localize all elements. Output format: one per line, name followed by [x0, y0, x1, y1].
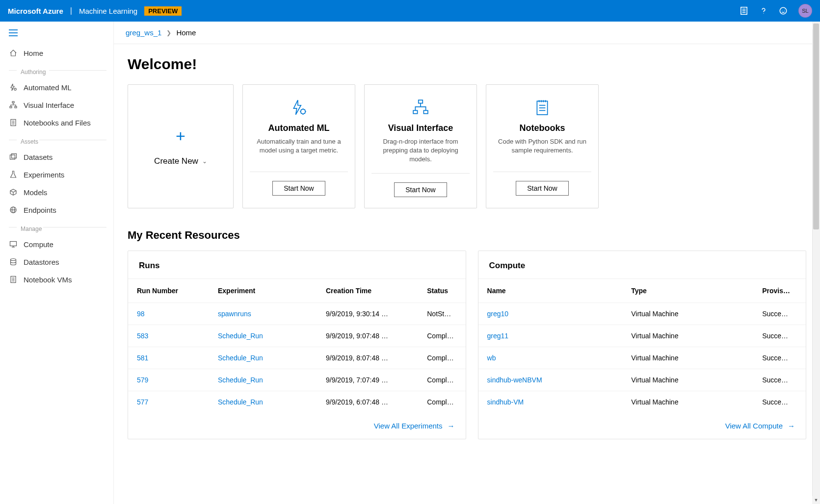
svg-rect-12 [12, 101, 14, 103]
svg-rect-20 [12, 154, 17, 158]
hamburger-icon[interactable] [0, 27, 113, 44]
experiment-link[interactable]: Schedule_Run [209, 347, 317, 369]
sidebar-item-label: Endpoints [24, 206, 56, 214]
compute-type: Virtual Machine [622, 347, 753, 369]
table-row[interactable]: sindhub-weNBVMVirtual MachineSucce… [478, 369, 806, 391]
app-title[interactable]: Microsoft Azure [8, 7, 63, 15]
run-status: Compl… [418, 347, 465, 369]
experiment-link[interactable]: spawnruns [209, 302, 317, 325]
view-all-label: View All Compute [725, 422, 783, 430]
compute-status: Succe… [753, 391, 806, 413]
sitemap-icon [412, 99, 429, 116]
sidebar-item-notebooks-files[interactable]: Notebooks and Files [0, 114, 113, 131]
sidebar-item-home[interactable]: Home [0, 44, 113, 62]
col-provisioning[interactable]: Provis… [753, 279, 806, 303]
run-number-link[interactable]: 98 [128, 302, 209, 325]
col-type[interactable]: Type [622, 279, 753, 303]
compute-name-link[interactable]: sindhub-VM [478, 391, 623, 413]
table-row[interactable]: 581Schedule_Run9/9/2019, 8:07:48 …Compl… [128, 347, 466, 369]
compute-status: Succe… [753, 325, 806, 347]
scrollbar-thumb[interactable] [813, 24, 819, 229]
svg-rect-14 [15, 106, 17, 108]
run-status: Compl… [418, 369, 465, 391]
notebook-vm-icon [9, 275, 18, 284]
start-now-button[interactable]: Start Now [272, 181, 325, 196]
create-new-card[interactable]: + Create New ⌄ [128, 84, 234, 208]
lightning-gear-icon [9, 83, 18, 92]
panel-foot: View All Compute → [478, 413, 806, 439]
top-bar: Microsoft Azure | Machine Learning PREVI… [0, 0, 820, 22]
sidebar-item-models[interactable]: Models [0, 183, 113, 201]
view-all-experiments-link[interactable]: View All Experiments → [374, 422, 455, 430]
breadcrumb-workspace[interactable]: greg_ws_1 [126, 28, 161, 37]
svg-point-27 [11, 259, 16, 261]
sidebar-item-datasets[interactable]: Datasets [0, 148, 113, 166]
sidebar-item-notebook-vms[interactable]: Notebook VMs [0, 271, 113, 288]
creation-time: 9/9/2019, 7:07:49 … [317, 369, 418, 391]
table-row[interactable]: greg11Virtual MachineSucce… [478, 325, 806, 347]
table-row[interactable]: greg10Virtual MachineSucce… [478, 302, 806, 325]
main-area: greg_ws_1 ❯ Home Welcome! + Create New ⌄ [114, 22, 820, 504]
col-name[interactable]: Name [478, 279, 623, 303]
sidebar-section-assets: Assets [0, 131, 113, 148]
sidebar-item-label: Home [24, 49, 43, 57]
start-now-button[interactable]: Start Now [394, 182, 447, 197]
table-row[interactable]: sindhub-VMVirtual MachineSucce… [478, 391, 806, 413]
sidebar-item-label: Experiments [24, 171, 64, 179]
product-name[interactable]: Machine Learning [79, 7, 137, 15]
experiment-link[interactable]: Schedule_Run [209, 369, 317, 391]
compute-name-link[interactable]: wb [478, 347, 623, 369]
sidebar-item-compute[interactable]: Compute [0, 235, 113, 253]
chevron-down-icon: ⌄ [202, 158, 207, 165]
notepad-icon[interactable] [740, 6, 748, 15]
plus-icon: + [176, 126, 185, 146]
sidebar-item-endpoints[interactable]: Endpoints [0, 201, 113, 219]
compute-type: Virtual Machine [622, 302, 753, 325]
compute-name-link[interactable]: greg10 [478, 302, 623, 325]
run-number-link[interactable]: 577 [128, 391, 209, 413]
col-status[interactable]: Status [418, 279, 465, 303]
table-header-row: Run Number Experiment Creation Time Stat… [128, 279, 466, 303]
creation-time: 9/9/2019, 9:30:14 … [317, 302, 418, 325]
compute-name-link[interactable]: greg11 [478, 325, 623, 347]
table-row[interactable]: 583Schedule_Run9/9/2019, 9:07:48 …Compl… [128, 325, 466, 347]
sidebar-item-experiments[interactable]: Experiments [0, 166, 113, 183]
feedback-icon[interactable] [779, 6, 788, 15]
run-number-link[interactable]: 581 [128, 347, 209, 369]
sidebar-item-visual-interface[interactable]: Visual Interface [0, 96, 113, 114]
card-title: Visual Interface [388, 123, 453, 133]
title-divider: | [70, 6, 72, 15]
col-experiment[interactable]: Experiment [209, 279, 317, 303]
sidebar-item-label: Visual Interface [24, 101, 74, 109]
table-row[interactable]: 98spawnruns9/9/2019, 9:30:14 …NotSt… [128, 302, 466, 325]
help-icon[interactable] [759, 6, 768, 15]
content: Welcome! + Create New ⌄ Automated ML Aut… [114, 44, 820, 504]
table-row[interactable]: 577Schedule_Run9/9/2019, 6:07:48 …Compl… [128, 391, 466, 413]
table-row[interactable]: wbVirtual MachineSucce… [478, 347, 806, 369]
svg-rect-35 [423, 110, 428, 113]
compute-name-link[interactable]: sindhub-weNBVM [478, 369, 623, 391]
scroll-down-icon[interactable]: ▼ [812, 496, 820, 504]
sidebar-item-automl[interactable]: Automated ML [0, 78, 113, 96]
sidebar-item-label: Datasets [24, 153, 53, 161]
creation-time: 9/9/2019, 6:07:48 … [317, 391, 418, 413]
run-number-link[interactable]: 579 [128, 369, 209, 391]
col-creation-time[interactable]: Creation Time [317, 279, 418, 303]
database-icon [9, 257, 18, 266]
col-run-number[interactable]: Run Number [128, 279, 209, 303]
experiment-link[interactable]: Schedule_Run [209, 325, 317, 347]
table-row[interactable]: 579Schedule_Run9/9/2019, 7:07:49 …Compl… [128, 369, 466, 391]
sidebar-item-datastores[interactable]: Datastores [0, 253, 113, 271]
run-number-link[interactable]: 583 [128, 325, 209, 347]
topbar-left: Microsoft Azure | Machine Learning PREVI… [8, 6, 740, 16]
start-now-button[interactable]: Start Now [516, 181, 568, 196]
scrollbar[interactable]: ▲ ▼ [812, 22, 820, 504]
avatar[interactable]: SL [798, 4, 812, 18]
compute-status: Succe… [753, 302, 806, 325]
experiment-link[interactable]: Schedule_Run [209, 391, 317, 413]
svg-rect-24 [10, 242, 17, 246]
view-all-compute-link[interactable]: View All Compute → [725, 422, 795, 430]
lightning-gear-icon [291, 99, 307, 116]
card-desc: Drag-n-drop interface from prepping data… [371, 137, 470, 164]
view-all-label: View All Experiments [374, 422, 443, 430]
